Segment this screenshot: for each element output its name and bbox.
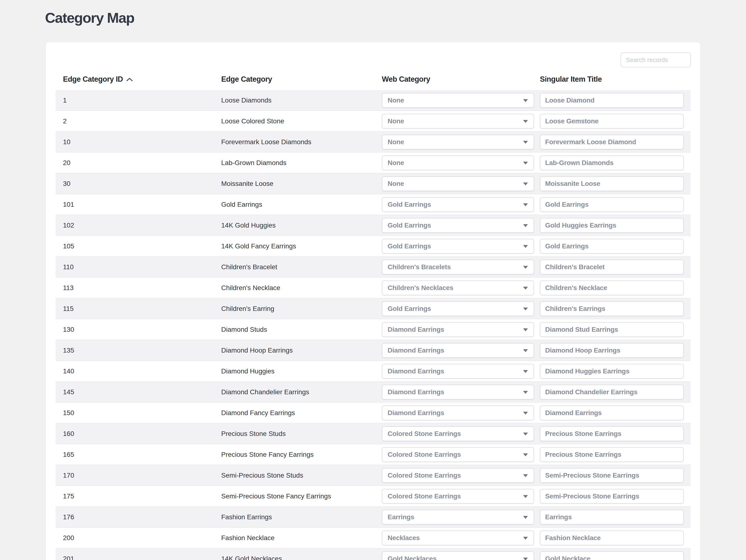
web-category-select[interactable]: None: [382, 156, 534, 170]
table-row: 110 Children's Bracelet Children's Brace…: [56, 257, 691, 278]
singular-item-title-input[interactable]: [540, 426, 684, 441]
singular-item-title-input[interactable]: [540, 301, 684, 316]
web-category-selected-value: None: [382, 159, 404, 167]
table-row: 2 Loose Colored Stone None: [56, 111, 691, 132]
caret-down-icon: [523, 224, 528, 227]
singular-item-title-input[interactable]: [540, 447, 684, 462]
web-category-select[interactable]: Children's Necklaces: [382, 280, 534, 295]
web-category-select[interactable]: Diamond Earrings: [382, 343, 534, 358]
web-category-selected-value: None: [382, 138, 404, 146]
caret-down-icon: [523, 308, 528, 310]
web-category-selected-value: None: [382, 96, 404, 104]
edge-category-id-cell: 176: [56, 513, 221, 521]
singular-item-title-input[interactable]: [540, 239, 684, 254]
web-category-select[interactable]: Necklaces: [382, 531, 534, 545]
web-category-select[interactable]: Children's Bracelets: [382, 260, 534, 275]
edge-category-cell: Diamond Studs: [221, 326, 382, 333]
web-category-select[interactable]: Colored Stone Earrings: [382, 489, 534, 504]
web-category-select[interactable]: Gold Necklaces: [382, 551, 534, 560]
edge-category-cell: Gold Earrings: [221, 201, 382, 208]
category-map-card: Edge Category ID Edge Category Web Categ…: [46, 42, 701, 560]
web-category-selected-value: Necklaces: [382, 534, 420, 542]
singular-item-title-input[interactable]: [540, 260, 684, 275]
web-category-selected-value: Colored Stone Earrings: [382, 451, 461, 458]
singular-item-title-input[interactable]: [540, 385, 684, 399]
web-category-selected-value: Diamond Earrings: [382, 388, 444, 396]
web-category-selected-value: Earrings: [382, 513, 414, 521]
singular-item-title-input[interactable]: [540, 489, 684, 504]
table-row: 175 Semi-Precious Stone Fancy Earrings C…: [56, 486, 691, 507]
caret-down-icon: [523, 141, 528, 144]
singular-item-title-input[interactable]: [540, 405, 684, 420]
singular-item-title-input[interactable]: [540, 135, 684, 149]
singular-item-title-input[interactable]: [540, 156, 684, 170]
web-category-select[interactable]: Colored Stone Earrings: [382, 426, 534, 441]
table-row: 105 14K Gold Fancy Earrings Gold Earring…: [56, 236, 691, 257]
web-category-select[interactable]: Diamond Earrings: [382, 405, 534, 420]
table-row: 200 Fashion Necklace Necklaces: [56, 528, 691, 549]
web-category-select[interactable]: Diamond Earrings: [382, 364, 534, 379]
sort-control[interactable]: Edge Category ID: [63, 75, 133, 84]
web-category-selected-value: Diamond Earrings: [382, 367, 444, 375]
singular-item-title-input[interactable]: [540, 93, 684, 108]
edge-category-cell: 14K Gold Necklaces: [221, 555, 382, 560]
edge-category-cell: Semi-Precious Stone Fancy Earrings: [221, 493, 382, 500]
web-category-select[interactable]: Gold Earrings: [382, 197, 534, 212]
column-header-singular-item-title: Singular Item Title: [540, 75, 691, 84]
web-category-select[interactable]: Diamond Earrings: [382, 322, 534, 337]
singular-item-title-input[interactable]: [540, 322, 684, 337]
web-category-select[interactable]: Colored Stone Earrings: [382, 468, 534, 483]
web-category-select[interactable]: Colored Stone Earrings: [382, 447, 534, 462]
caret-down-icon: [523, 495, 528, 498]
singular-item-title-input[interactable]: [540, 114, 684, 129]
edge-category-id-cell: 135: [56, 346, 221, 354]
caret-down-icon: [523, 412, 528, 415]
singular-item-title-input[interactable]: [540, 551, 684, 560]
singular-item-title-input[interactable]: [540, 531, 684, 545]
edge-category-id-cell: 175: [56, 493, 221, 500]
column-header-edge-category: Edge Category: [221, 75, 382, 84]
chevron-up-icon: [126, 77, 133, 82]
edge-category-id-cell: 105: [56, 243, 221, 250]
singular-item-title-input[interactable]: [540, 510, 684, 525]
singular-item-title-input[interactable]: [540, 197, 684, 212]
caret-down-icon: [523, 453, 528, 456]
singular-item-title-input[interactable]: [540, 468, 684, 483]
web-category-selected-value: Gold Necklaces: [382, 555, 436, 560]
caret-down-icon: [523, 287, 528, 289]
web-category-select[interactable]: Diamond Earrings: [382, 385, 534, 399]
caret-down-icon: [523, 370, 528, 373]
table-row: 201 14K Gold Necklaces Gold Necklaces: [56, 549, 691, 560]
table-row: 113 Children's Necklace Children's Neckl…: [56, 278, 691, 299]
edge-category-id-cell: 10: [56, 138, 221, 146]
caret-down-icon: [523, 162, 528, 165]
singular-item-title-input[interactable]: [540, 364, 684, 379]
edge-category-id-cell: 170: [56, 472, 221, 479]
edge-category-id-cell: 165: [56, 451, 221, 458]
table-row: 101 Gold Earrings Gold Earrings: [56, 194, 691, 215]
singular-item-title-input[interactable]: [540, 218, 684, 233]
column-header-label: Edge Category ID: [63, 75, 123, 84]
search-input[interactable]: [621, 52, 691, 67]
edge-category-id-cell: 110: [56, 263, 221, 271]
column-header-edge-category-id[interactable]: Edge Category ID: [56, 75, 221, 84]
edge-category-cell: Diamond Huggies: [221, 367, 382, 375]
web-category-select[interactable]: Earrings: [382, 510, 534, 525]
table-row: 1 Loose Diamonds None: [56, 90, 691, 111]
web-category-select[interactable]: Gold Earrings: [382, 218, 534, 233]
web-category-select[interactable]: Gold Earrings: [382, 301, 534, 316]
web-category-select[interactable]: None: [382, 176, 534, 191]
web-category-select[interactable]: None: [382, 93, 534, 108]
web-category-select[interactable]: None: [382, 135, 534, 149]
edge-category-cell: Diamond Fancy Earrings: [221, 409, 382, 417]
table-row: 102 14K Gold Huggies Gold Earrings: [56, 215, 691, 236]
singular-item-title-input[interactable]: [540, 176, 684, 191]
caret-down-icon: [523, 183, 528, 186]
edge-category-id-cell: 150: [56, 409, 221, 417]
singular-item-title-input[interactable]: [540, 280, 684, 295]
web-category-selected-value: Children's Necklaces: [382, 284, 454, 292]
web-category-select[interactable]: None: [382, 114, 534, 129]
caret-down-icon: [523, 391, 528, 394]
web-category-select[interactable]: Gold Earrings: [382, 239, 534, 254]
singular-item-title-input[interactable]: [540, 343, 684, 358]
